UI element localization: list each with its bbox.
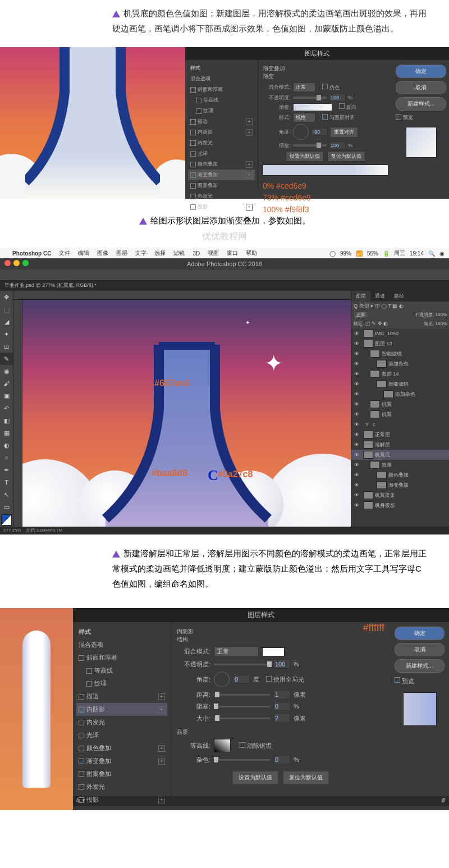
style-satin[interactable]: 光泽 [76,729,167,742]
visibility-icon[interactable]: 👁 [353,442,360,447]
visibility-icon[interactable]: 👁 [353,472,360,478]
visibility-icon[interactable]: 👁 [353,452,360,458]
blur-tool[interactable]: ◐ [0,439,13,451]
dodge-tool[interactable]: ○ [0,451,13,464]
menu-help[interactable]: 帮助 [246,249,257,257]
style-outer-glow[interactable]: 外发光 [76,780,167,793]
style-bevel[interactable]: 斜面和浮雕 [188,84,255,95]
layer-filter-bar[interactable]: Q 类型 ▾ ◫ ◯ T ▦ ◐ [351,301,449,310]
noise-field[interactable]: 0 [273,755,290,764]
new-style-button[interactable]: 新建样式... [396,97,446,111]
set-default-button[interactable]: 设置为默认值 [286,151,324,162]
visibility-icon[interactable]: 👁 [353,371,360,377]
layer-row[interactable]: 👁IMG_1050 [351,328,449,339]
healing-tool[interactable]: ◉ [0,365,13,377]
reset-align-button[interactable]: 重置对齐 [330,127,358,138]
blend-mode-select[interactable]: 正常 [214,646,259,657]
plus-icon[interactable]: + [246,118,253,125]
menu-view[interactable]: 视图 [208,249,219,257]
style-gradient-overlay[interactable]: 渐变叠加+ [76,755,167,768]
move-tool[interactable]: ✥ [0,291,13,303]
document-tab[interactable]: 毕业作业.psd @ 277% (机翼底, RGB/8) * [0,281,449,291]
plus-icon[interactable]: + [158,758,165,765]
plus-icon[interactable]: + [246,129,253,136]
shadow-color-swatch[interactable] [262,647,285,656]
angle-field[interactable]: -90 [311,128,328,136]
eraser-tool[interactable]: ◧ [0,414,13,427]
visibility-icon[interactable]: 👁 [353,502,360,508]
layer-row[interactable]: 👁机翼底 [351,450,449,460]
angle-dial[interactable] [293,124,309,140]
layer-row[interactable]: 👁渐变叠加 [351,480,449,490]
align-checkbox[interactable] [322,114,328,120]
gradient-tool[interactable]: ▦ [0,427,13,439]
zoom-level[interactable]: 277.25% [3,528,21,533]
style-texture[interactable]: 纹理 [76,677,167,690]
layer-row[interactable]: 👁添加杂色 [351,359,449,369]
plus-icon[interactable]: + [246,161,253,168]
preview-checkbox[interactable] [395,677,400,683]
style-inner-glow[interactable]: 内发光 [188,138,255,148]
layer-row[interactable]: 👁智能滤镜 [351,379,449,389]
size-slider[interactable] [214,718,270,719]
opacity-slider[interactable] [214,664,270,665]
plus-icon[interactable]: + [158,745,165,752]
style-inner-glow[interactable]: 内发光 [76,716,167,729]
style-pattern-overlay[interactable]: 图案叠加 [188,180,255,191]
crop-tool[interactable]: ⊡ [0,340,13,353]
layer-row[interactable]: 👁机身投影 [351,500,449,510]
style-gradient-overlay[interactable]: 渐变叠加+ [188,170,255,180]
reverse-checkbox[interactable] [339,103,345,109]
anti-alias-checkbox[interactable] [240,742,245,748]
type-tool[interactable]: T [0,476,13,488]
menu-select[interactable]: 选择 [154,249,166,257]
layer-row[interactable]: 👁正常层 [351,430,449,440]
style-texture[interactable]: 纹理 [188,106,255,116]
tab-layers[interactable]: 图层 [351,291,370,301]
menu-image[interactable]: 图像 [97,249,108,257]
choke-field[interactable]: 0 [273,702,290,711]
style-stroke[interactable]: 描边+ [76,690,167,703]
preview-checkbox[interactable] [396,114,401,120]
visibility-icon[interactable]: 👁 [353,462,360,468]
dither-checkbox[interactable] [322,84,328,89]
minimize-icon[interactable] [13,260,20,266]
lasso-tool[interactable]: ◢ [0,316,13,328]
stamp-tool[interactable]: ▣ [0,390,13,402]
style-pattern-overlay[interactable]: 图案叠加 [76,768,167,780]
style-drop-shadow[interactable]: 投影+ [76,793,167,806]
history-brush-tool[interactable]: ↶ [0,402,13,414]
visibility-icon[interactable]: 👁 [353,412,360,417]
layer-row[interactable]: 👁图层 14 [351,369,449,379]
opacity-slider[interactable] [293,97,327,99]
visibility-icon[interactable]: 👁 [353,432,360,437]
style-inner-shadow[interactable]: 内阴影+ [76,703,167,716]
wand-tool[interactable]: ✦ [0,328,13,340]
visibility-icon[interactable]: 👁 [353,351,360,357]
options-bar[interactable] [0,269,449,281]
visibility-icon[interactable]: 👁 [353,341,360,346]
style-stroke[interactable]: 描边+ [188,116,255,127]
style-bevel[interactable]: 斜面和浮雕 [76,651,167,664]
close-icon[interactable] [4,260,11,266]
pen-tool[interactable]: ✒ [0,464,13,476]
tab-paths[interactable]: 路径 [390,291,409,301]
visibility-icon[interactable]: 👁 [353,401,360,407]
style-color-overlay[interactable]: 颜色叠加+ [188,159,255,170]
menu-3d[interactable]: 3D [193,250,200,257]
plus-icon[interactable]: + [158,797,165,803]
color-swatch[interactable] [1,514,12,526]
style-drop-shadow[interactable]: 投影+ [188,202,255,212]
marquee-tool[interactable]: ⬚ [0,303,13,316]
app-name[interactable]: Photoshop CC [12,250,51,257]
choke-slider[interactable] [214,706,270,707]
set-default-button[interactable]: 设置为默认值 [232,771,278,784]
visibility-icon[interactable]: 👁 [353,331,360,336]
layer-row[interactable]: 👁机翼 [351,409,449,419]
layer-row[interactable]: 👁添加杂色 [351,389,449,399]
cancel-button[interactable]: 取消 [395,643,445,656]
visibility-icon[interactable]: 👁 [353,492,360,498]
visibility-icon[interactable]: 👁 [353,391,360,397]
blend-options[interactable]: 混合选项 [76,638,167,651]
layer-row[interactable]: 👁Tc [351,419,449,430]
